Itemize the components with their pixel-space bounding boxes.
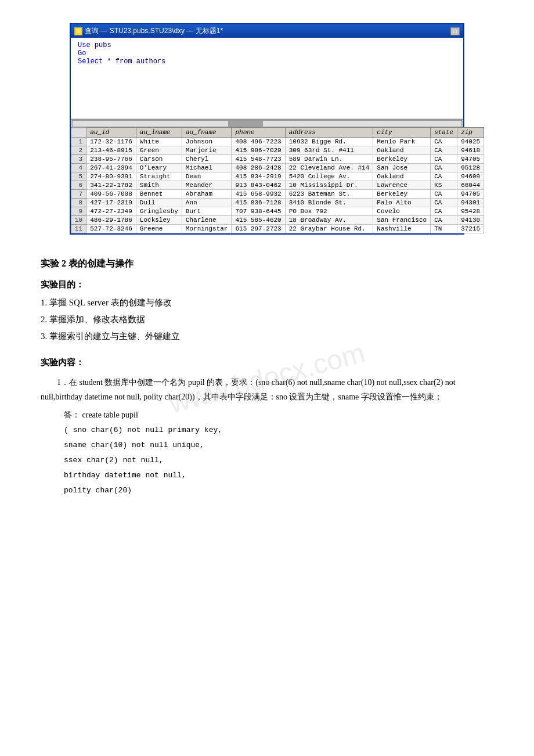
cell-au_fname: Ann: [182, 199, 232, 207]
cell-zip: 66044: [457, 181, 484, 190]
cell-city: San Jose: [373, 164, 431, 172]
row-number: 4: [71, 164, 86, 172]
cell-phone: 615 297-2723: [232, 225, 285, 233]
cell-city: Berkeley: [373, 155, 431, 164]
cell-state: CA: [431, 207, 457, 216]
hscroll-track[interactable]: [72, 120, 462, 127]
cell-au_fname: Michael: [182, 164, 232, 172]
cell-state: CA: [431, 216, 457, 225]
row-number: 6: [71, 181, 86, 190]
sql-line3: Select * from authors: [78, 57, 456, 66]
cell-au_fname: Charlene: [182, 216, 232, 225]
cell-phone: 913 843-0462: [232, 181, 285, 190]
row-number: 2: [71, 146, 86, 155]
question1: 1．在 student 数据库中创建一个名为 pupil 的表，要求：(sno …: [41, 375, 493, 404]
cell-au_lname: Greene: [136, 225, 182, 233]
cell-au_id: 213-46-8915: [86, 146, 136, 155]
cell-au_fname: Marjorie: [182, 146, 232, 155]
col-phone: phone: [232, 128, 285, 138]
cell-au_lname: O'Leary: [136, 164, 182, 172]
cell-city: Palo Alto: [373, 199, 431, 207]
cell-au_lname: White: [136, 138, 182, 146]
cell-city: Lawrence: [373, 181, 431, 190]
cell-au_fname: Meander: [182, 181, 232, 190]
cell-au_id: 427-17-2319: [86, 199, 136, 207]
cell-state: TN: [431, 225, 457, 233]
cell-address: 589 Darwin Ln.: [285, 155, 373, 164]
cell-zip: 95428: [457, 207, 484, 216]
titlebar-left: ⊞ 查询 — STU23.pubs.STU23\dxy — 无标题1*: [74, 26, 223, 36]
cell-zip: 94618: [457, 146, 484, 155]
cell-address: 5420 College Av.: [285, 172, 373, 181]
hscroll-thumb[interactable]: [228, 121, 263, 127]
table-row: 8427-17-2319DullAnn415 836-71283410 Blon…: [71, 199, 484, 207]
table-row: 1172-32-1176WhiteJohnson408 496-72231093…: [71, 138, 484, 146]
cell-phone: 707 938-6445: [232, 207, 285, 216]
cell-phone: 415 986-7020: [232, 146, 285, 155]
answer-line-5: polity char(20): [64, 483, 493, 498]
table-row: 9472-27-2349GringlesbyBurt707 938-6445PO…: [71, 207, 484, 216]
cell-au_lname: Locksley: [136, 216, 182, 225]
cell-city: San Francisco: [373, 216, 431, 225]
cell-au_lname: Gringlesby: [136, 207, 182, 216]
cell-au_lname: Dull: [136, 199, 182, 207]
close-button[interactable]: □: [450, 27, 460, 35]
section-title: 实验 2 表的创建与操作: [41, 258, 493, 270]
purpose-title: 实验目的：: [41, 279, 493, 290]
cell-au_id: 486-29-1786: [86, 216, 136, 225]
row-number: 7: [71, 190, 86, 199]
cell-address: PO Box 792: [285, 207, 373, 216]
sql-keyword-use: Use: [78, 41, 91, 49]
sql-keyword-select: Select: [78, 57, 103, 66]
table-row: 10486-29-1786LocksleyCharlene415 585-462…: [71, 216, 484, 225]
cell-phone: 415 834-2919: [232, 172, 285, 181]
cell-au_id: 238-95-7766: [86, 155, 136, 164]
sql-keyword-go: Go: [78, 49, 86, 57]
cell-city: Berkeley: [373, 190, 431, 199]
col-state: state: [431, 128, 457, 138]
horizontal-scrollbar[interactable]: [71, 119, 463, 127]
cell-state: KS: [431, 181, 457, 190]
row-number: 10: [71, 216, 86, 225]
cell-au_id: 172-32-1176: [86, 138, 136, 146]
cell-phone: 415 836-7128: [232, 199, 285, 207]
table-row: 3238-95-7766CarsonCheryl415 548-7723589 …: [71, 155, 484, 164]
cell-au_lname: Green: [136, 146, 182, 155]
table-row: 6341-22-1782SmithMeander913 843-046210 M…: [71, 181, 484, 190]
cell-au_fname: Morningstar: [182, 225, 232, 233]
cell-city: Covelo: [373, 207, 431, 216]
cell-address: 3410 Blonde St.: [285, 199, 373, 207]
table-header: au_id au_lname au_fname phone address ci…: [71, 128, 484, 138]
purpose-item-3: 3. 掌握索引的建立与主键、外键建立: [41, 331, 493, 342]
table-row: 4267-41-2394O'LearyMichael408 286-242822…: [71, 164, 484, 172]
table-row: 7409-56-7008BennetAbraham415 658-9932622…: [71, 190, 484, 199]
cell-state: CA: [431, 155, 457, 164]
cell-address: 22 Graybar House Rd.: [285, 225, 373, 233]
results-area: au_id au_lname au_fname phone address ci…: [71, 127, 463, 233]
sql-window: ⊞ 查询 — STU23.pubs.STU23\dxy — 无标题1* □ Us…: [70, 23, 464, 235]
header-row: au_id au_lname au_fname phone address ci…: [71, 128, 484, 138]
sql-editor[interactable]: Use pubs Go Select * from authors: [71, 38, 463, 119]
col-au-id: au_id: [86, 128, 136, 138]
answer-line-3: ssex char(2) not null,: [64, 453, 493, 468]
cell-au_id: 267-41-2394: [86, 164, 136, 172]
col-zip: zip: [457, 128, 484, 138]
cell-zip: 95128: [457, 164, 484, 172]
answer-line-1: ( sno char(6) not null primary key,: [64, 423, 493, 438]
document-content: 实验 2 表的创建与操作 实验目的： 1. 掌握 SQL server 表的创建…: [35, 258, 499, 498]
cell-zip: 94705: [457, 155, 484, 164]
sql-line2: Go: [78, 49, 456, 57]
cell-address: 6223 Bateman St.: [285, 190, 373, 199]
cell-phone: 408 286-2428: [232, 164, 285, 172]
row-number: 11: [71, 225, 86, 233]
cell-au_id: 527-72-3246: [86, 225, 136, 233]
cell-city: Oakland: [373, 146, 431, 155]
cell-state: CA: [431, 164, 457, 172]
cell-au_id: 472-27-2349: [86, 207, 136, 216]
answer-line-2: sname char(10) not null unique,: [64, 438, 493, 453]
col-address: address: [285, 128, 373, 138]
cell-phone: 415 585-4620: [232, 216, 285, 225]
row-number: 3: [71, 155, 86, 164]
table-row: 2213-46-8915GreenMarjorie415 986-7020309…: [71, 146, 484, 155]
window-title: 查询 — STU23.pubs.STU23\dxy — 无标题1*: [85, 26, 223, 36]
